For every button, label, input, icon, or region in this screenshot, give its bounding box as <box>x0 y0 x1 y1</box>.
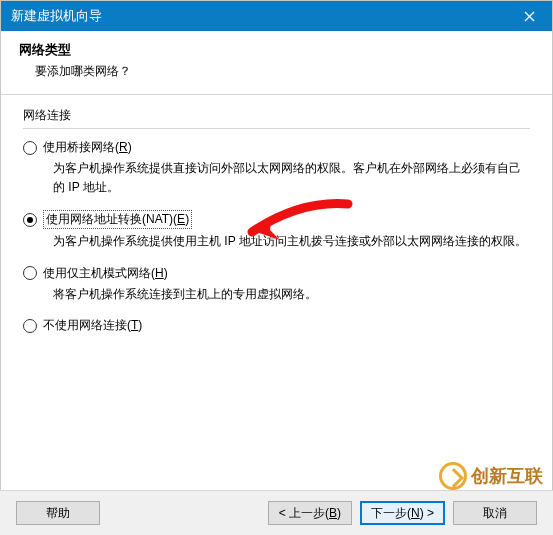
option-hostonly-desc: 将客户机操作系统连接到主机上的专用虚拟网络。 <box>53 285 530 304</box>
watermark: 创新互联 <box>439 462 543 490</box>
help-button[interactable]: 帮助 <box>16 501 100 525</box>
option-bridge-label: 使用桥接网络(R) <box>43 139 132 156</box>
watermark-logo-icon <box>439 462 467 490</box>
page-subtitle: 要添加哪类网络？ <box>19 59 534 80</box>
radio-none[interactable] <box>23 319 37 333</box>
option-nat-desc: 为客户机操作系统提供使用主机 IP 地址访问主机拨号连接或外部以太网网络连接的权… <box>53 232 530 251</box>
option-none[interactable]: 不使用网络连接(T) <box>23 317 530 334</box>
button-bar: 帮助 < 上一步(B) 下一步(N) > 取消 <box>0 490 553 535</box>
cancel-button[interactable]: 取消 <box>453 501 537 525</box>
close-button[interactable] <box>507 1 552 31</box>
radio-bridge[interactable] <box>23 141 37 155</box>
option-hostonly[interactable]: 使用仅主机模式网络(H) 将客户机操作系统连接到主机上的专用虚拟网络。 <box>23 265 530 304</box>
next-button[interactable]: 下一步(N) > <box>360 501 445 525</box>
back-button[interactable]: < 上一步(B) <box>268 501 352 525</box>
titlebar: 新建虚拟机向导 <box>1 1 552 31</box>
radio-hostonly[interactable] <box>23 266 37 280</box>
option-nat[interactable]: 使用网络地址转换(NAT)(E) 为客户机操作系统提供使用主机 IP 地址访问主… <box>23 210 530 251</box>
group-label-network: 网络连接 <box>23 107 530 124</box>
option-nat-label: 使用网络地址转换(NAT)(E) <box>43 210 192 229</box>
page-title: 网络类型 <box>19 41 534 59</box>
close-icon <box>524 11 535 22</box>
content-area: 网络连接 使用桥接网络(R) 为客户机操作系统提供直接访问外部以太网网络的权限。… <box>1 95 552 356</box>
option-none-label: 不使用网络连接(T) <box>43 317 142 334</box>
group-separator <box>23 128 530 129</box>
radio-nat[interactable] <box>23 213 37 227</box>
window-title: 新建虚拟机向导 <box>11 7 102 25</box>
option-bridge[interactable]: 使用桥接网络(R) 为客户机操作系统提供直接访问外部以太网网络的权限。客户机在外… <box>23 139 530 196</box>
option-bridge-desc: 为客户机操作系统提供直接访问外部以太网网络的权限。客户机在外部网络上必须有自己的… <box>53 159 530 196</box>
watermark-text: 创新互联 <box>471 464 543 488</box>
wizard-header: 网络类型 要添加哪类网络？ <box>1 31 552 95</box>
option-hostonly-label: 使用仅主机模式网络(H) <box>43 265 168 282</box>
